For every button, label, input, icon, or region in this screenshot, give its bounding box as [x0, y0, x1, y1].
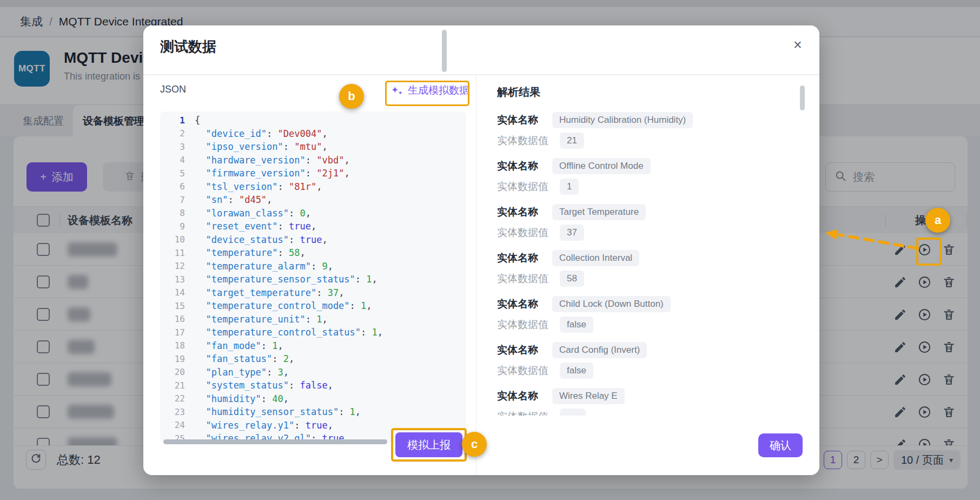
code-line: 2 "device_id": "Dev004", — [165, 127, 466, 141]
code-line: 17 "temperature_control_status": 1, — [165, 326, 466, 339]
entity-name-chip: Collection Interval — [552, 250, 639, 266]
line-number: 8 — [165, 208, 185, 218]
code-line: 12 "temperature_alarm": 9, — [165, 260, 466, 273]
line-number: 14 — [165, 287, 185, 298]
code-line: 4 "hardware_version": "vbd", — [165, 154, 466, 167]
code-line: 19 "fan_status": 2, — [165, 352, 466, 366]
entity-value-chip: 1 — [560, 179, 579, 195]
code-line: 14 "target_temperature": 37, — [165, 286, 466, 300]
entity-name-chip: Offline Control Mode — [552, 158, 651, 174]
code-line: 10 "device_status": true, — [165, 233, 466, 247]
code-line: 5 "firmware_version": "2j1", — [165, 167, 466, 180]
result-scrollbar[interactable] — [800, 85, 805, 110]
entity-name-chip: Target Temperature — [552, 204, 646, 220]
line-number: 10 — [165, 234, 185, 245]
parse-result-entry: 实体名称Humidity Calibration (Humidity)实体数据值… — [497, 111, 792, 157]
screen: 集成 / MQTT Device Integrated MQTT MQTT De… — [0, 0, 980, 500]
entity-value-chip: 58 — [560, 271, 584, 287]
entity-name-label: 实体名称 — [497, 297, 544, 311]
line-number: 9 — [165, 221, 185, 232]
close-icon[interactable]: × — [788, 35, 807, 55]
entity-value-label: 实体数据值 — [497, 134, 551, 148]
entity-name-label: 实体名称 — [497, 343, 544, 357]
simulate-report-button[interactable]: 模拟上报 — [395, 432, 462, 457]
entity-name-chip: Card Config (Invert) — [552, 342, 647, 358]
entity-name-label: 实体名称 — [497, 389, 544, 403]
code-line: 9 "reset_event": true, — [165, 220, 466, 233]
test-data-modal: 测试数据 × JSON ✦ ✦ 生成模拟数据 1{2 "device_id": … — [143, 25, 819, 475]
entity-value-label: 实体数据值 — [497, 226, 551, 240]
entity-value-label: 实体数据值 — [497, 180, 551, 194]
line-number: 19 — [165, 354, 185, 364]
modal-header-divider — [143, 74, 819, 75]
entity-value-label: 实体数据值 — [497, 272, 551, 286]
code-line: 1{ — [165, 114, 466, 127]
code-line: 8 "lorawan_class": 0, — [165, 207, 466, 220]
line-number: 15 — [165, 301, 185, 311]
line-number: 11 — [165, 248, 185, 258]
generate-mock-data-label: 生成模拟数据 — [408, 83, 469, 97]
code-line: 11 "temperature": 58, — [165, 246, 466, 260]
line-number: 17 — [165, 327, 185, 338]
entity-value-chip: 21 — [560, 133, 584, 149]
parse-result-entry: 实体名称Collection Interval实体数据值58 — [497, 249, 792, 295]
editor-vertical-scrollbar[interactable] — [442, 30, 447, 72]
line-number: 12 — [165, 261, 185, 271]
entity-name-chip: Wires Relay E — [552, 388, 625, 404]
parse-result-list: 实体名称Humidity Calibration (Humidity)实体数据值… — [497, 111, 792, 416]
code-line: 22 "humidity": 40, — [165, 392, 466, 406]
sparkles-icon: ✦ ✦ — [391, 84, 403, 97]
modal-pane-divider — [476, 74, 476, 475]
code-line: 21 "system_status": false, — [165, 379, 466, 392]
line-number: 7 — [165, 195, 185, 205]
entity-name-label: 实体名称 — [497, 159, 544, 173]
json-label: JSON — [160, 84, 186, 95]
entity-name-chip: Humidity Calibration (Humidity) — [552, 112, 693, 128]
entity-value-label: 实体数据值 — [497, 410, 551, 416]
parse-result-entry: 实体名称Target Temperature实体数据值37 — [497, 203, 792, 249]
line-number: 5 — [165, 168, 185, 179]
entity-value-label: 实体数据值 — [497, 318, 551, 332]
entity-name-label: 实体名称 — [497, 251, 544, 265]
entity-value-chip — [560, 409, 586, 416]
line-number: 2 — [165, 128, 185, 139]
parse-result-entry: 实体名称Offline Control Mode实体数据值1 — [497, 157, 792, 203]
code-line: 24 "wires_relay.y1": true, — [165, 419, 466, 432]
line-number: 20 — [165, 367, 185, 377]
entity-name-label: 实体名称 — [497, 113, 544, 127]
code-line: 20 "plan_type": 3, — [165, 366, 466, 379]
line-number: 3 — [165, 142, 185, 152]
parse-result-entry: 实体名称Child Lock (Down Button)实体数据值false — [497, 295, 792, 341]
line-number: 4 — [165, 155, 185, 165]
line-number: 21 — [165, 380, 185, 391]
json-editor[interactable]: 1{2 "device_id": "Dev004",3 "ipso_versio… — [160, 111, 466, 443]
entity-name-label: 实体名称 — [497, 205, 544, 219]
entity-name-chip: Child Lock (Down Button) — [552, 296, 671, 312]
code-area: 1{2 "device_id": "Dev004",3 "ipso_versio… — [160, 111, 466, 443]
entity-value-chip: false — [560, 317, 593, 333]
line-number: 16 — [165, 314, 185, 324]
code-line: 15 "temperature_control_mode": 1, — [165, 299, 466, 313]
generate-mock-data-button[interactable]: ✦ ✦ 生成模拟数据 — [391, 82, 469, 98]
entity-value-chip: 37 — [560, 225, 584, 241]
editor-horizontal-scrollbar[interactable] — [163, 439, 387, 444]
code-line: 16 "temperature_unit": 1, — [165, 313, 466, 326]
line-number: 22 — [165, 393, 185, 404]
code-line: 7 "sn": "d45", — [165, 193, 466, 207]
line-number: 13 — [165, 274, 185, 285]
line-number: 6 — [165, 181, 185, 192]
modal-title: 测试数据 — [160, 37, 216, 56]
code-line: 3 "ipso_version": "mtu", — [165, 140, 466, 154]
parse-result-title: 解析结果 — [497, 85, 540, 100]
parse-result-entry: 实体名称Card Config (Invert)实体数据值false — [497, 341, 792, 387]
entity-value-label: 实体数据值 — [497, 364, 551, 378]
entity-value-chip: false — [560, 363, 593, 379]
code-line: 18 "fan_mode": 1, — [165, 339, 466, 353]
line-number: 23 — [165, 407, 185, 417]
code-line: 23 "humidity_sensor_status": 1, — [165, 405, 466, 419]
line-number: 24 — [165, 420, 185, 430]
code-line: 13 "temperature_sensor_status": 1, — [165, 273, 466, 286]
confirm-button[interactable]: 确认 — [758, 433, 803, 457]
line-number: 18 — [165, 340, 185, 351]
code-line: 6 "tsl_version": "81r", — [165, 180, 466, 194]
